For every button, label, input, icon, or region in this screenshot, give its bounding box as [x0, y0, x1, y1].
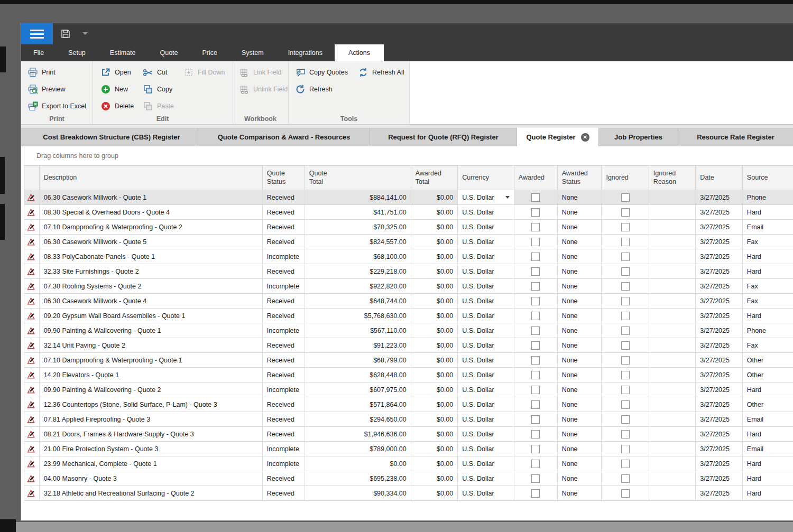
awarded-checkbox[interactable]	[531, 208, 540, 217]
cell-description[interactable]: 23.99 Mechanical, Complete - Quote 1	[40, 456, 263, 471]
cell-description[interactable]: 07.10 Dampproofing & Waterproofing - Quo…	[40, 353, 263, 367]
ignored-checkbox[interactable]	[621, 282, 630, 291]
ignored-checkbox[interactable]	[621, 489, 630, 498]
cell-source[interactable]: Fax	[743, 338, 793, 352]
cell-currency-dropdown[interactable]: U.S. Dollar	[458, 471, 514, 486]
cell-currency-dropdown[interactable]: U.S. Dollar	[458, 397, 514, 412]
header-currency[interactable]: Currency	[458, 166, 514, 190]
print-button[interactable]: Print	[27, 66, 56, 79]
cell-source[interactable]: Hard	[743, 264, 793, 278]
cell-source[interactable]: Hard	[743, 427, 793, 441]
grid-row[interactable]: 14.20 Elevators - Quote 1Received$628,44…	[24, 368, 793, 382]
header-ignored-reason[interactable]: Ignored Reason	[649, 166, 696, 190]
cell-date[interactable]: 3/27/2025	[696, 205, 743, 219]
cell-awarded-status[interactable]: None	[558, 338, 602, 352]
cell-ignored-reason[interactable]	[649, 427, 696, 441]
cell-awarded-status[interactable]: None	[558, 294, 602, 308]
cell-quote-total[interactable]: $70,325.00	[305, 220, 411, 234]
cell-awarded-status[interactable]: None	[558, 235, 602, 249]
cell-awarded-total[interactable]: $0.00	[411, 220, 458, 234]
cell-awarded-status[interactable]: None	[558, 205, 602, 219]
awarded-checkbox[interactable]	[531, 430, 540, 438]
cell-currency-dropdown[interactable]: U.S. Dollar	[458, 279, 514, 293]
refresh-button[interactable]: Refresh	[295, 82, 333, 96]
cell-quote-total[interactable]: $571,864.00	[305, 397, 411, 412]
grid-row[interactable]: 09.20 Gypsum Wall Board Assemblies - Quo…	[24, 309, 793, 323]
grid-row[interactable]: 09.90 Painting & Wallcovering - Quote 2I…	[24, 382, 793, 397]
cell-description[interactable]: 08.30 Special & Overhead Doors - Quote 4	[40, 205, 263, 219]
new-button[interactable]: New	[100, 82, 128, 96]
cell-quote-status[interactable]: Received	[263, 486, 305, 500]
cell-source[interactable]: Fax	[743, 294, 793, 308]
tab-quote-comparison-award-resources[interactable]: Quote Comparison & Award - Resources	[198, 128, 370, 146]
cell-description[interactable]: 08.33 PolyCabonate Panels - Quote 1	[40, 249, 263, 264]
save-icon[interactable]	[59, 27, 72, 40]
cell-awarded-total[interactable]: $0.00	[411, 264, 458, 278]
awarded-checkbox[interactable]	[531, 297, 540, 305]
cell-currency-dropdown[interactable]: U.S. Dollar	[458, 427, 514, 441]
cell-description[interactable]: 12.36 Countertops (Stone, Solid Surface,…	[40, 397, 263, 412]
grid-row[interactable]: 08.30 Special & Overhead Doors - Quote 4…	[24, 205, 793, 220]
cell-ignored-reason[interactable]	[649, 249, 696, 264]
cell-source[interactable]: Hard	[743, 309, 793, 323]
awarded-checkbox[interactable]	[531, 267, 540, 276]
cell-description[interactable]: 06.30 Casework Millwork - Quote 5	[40, 235, 263, 249]
cell-quote-total[interactable]: $607,975.00	[305, 382, 411, 397]
cell-ignored-reason[interactable]	[649, 309, 696, 323]
cell-awarded-total[interactable]: $0.00	[411, 442, 458, 456]
copy-button[interactable]: Copy	[143, 82, 172, 96]
ignored-checkbox[interactable]	[621, 460, 630, 468]
cell-awarded-total[interactable]: $0.00	[411, 427, 458, 441]
cell-ignored-reason[interactable]	[649, 442, 696, 456]
cell-awarded-status[interactable]: None	[558, 309, 602, 323]
cell-source[interactable]: Phone	[743, 323, 793, 338]
cell-date[interactable]: 3/27/2025	[696, 309, 743, 323]
cell-description[interactable]: 32.18 Athletic and Recreational Surfacin…	[40, 486, 263, 500]
cell-quote-status[interactable]: Received	[263, 264, 305, 278]
cell-ignored-reason[interactable]	[649, 205, 696, 219]
cell-awarded-total[interactable]: $0.00	[411, 249, 458, 264]
awarded-checkbox[interactable]	[531, 193, 540, 202]
cell-awarded-total[interactable]: $0.00	[411, 368, 458, 382]
awarded-checkbox[interactable]	[531, 223, 540, 231]
ignored-checkbox[interactable]	[621, 208, 630, 217]
cell-source[interactable]: Other	[743, 353, 793, 367]
cell-date[interactable]: 3/27/2025	[696, 264, 743, 278]
cell-source[interactable]: Fax	[743, 235, 793, 249]
header-awarded-status[interactable]: Awarded Status	[558, 166, 602, 190]
cell-description[interactable]: 32.33 Site Furnishings - Quote 2	[40, 264, 263, 278]
cell-awarded-status[interactable]: None	[558, 456, 602, 471]
unlink-field-button[interactable]: Unlink Field	[239, 82, 288, 96]
cell-ignored-reason[interactable]	[649, 353, 696, 367]
awarded-checkbox[interactable]	[531, 400, 540, 409]
cell-date[interactable]: 3/27/2025	[696, 368, 743, 382]
hamburger-menu-button[interactable]	[21, 23, 53, 44]
grid-row[interactable]: 32.14 Unit Paving - Quote 2Received$91,2…	[24, 338, 793, 353]
cell-date[interactable]: 3/27/2025	[696, 471, 743, 486]
chevron-down-icon[interactable]	[505, 196, 510, 199]
cell-date[interactable]: 3/27/2025	[696, 442, 743, 456]
cell-quote-total[interactable]: $628,448.00	[305, 368, 411, 382]
menu-file[interactable]: File	[21, 44, 56, 61]
grid-row[interactable]: 32.18 Athletic and Recreational Surfacin…	[24, 486, 793, 501]
cell-currency-dropdown[interactable]: U.S. Dollar	[458, 382, 514, 397]
cell-quote-total[interactable]: $567,110.00	[305, 323, 411, 338]
ignored-checkbox[interactable]	[621, 356, 630, 365]
cell-awarded-total[interactable]: $0.00	[411, 235, 458, 249]
cell-quote-status[interactable]: Incomplete	[263, 382, 305, 397]
cell-description[interactable]: 09.20 Gypsum Wall Board Assemblies - Quo…	[40, 309, 263, 323]
cell-quote-status[interactable]: Incomplete	[263, 279, 305, 293]
cell-ignored-reason[interactable]	[649, 412, 696, 426]
awarded-checkbox[interactable]	[531, 253, 540, 261]
cell-awarded-status[interactable]: None	[558, 368, 602, 382]
cell-quote-total[interactable]: $824,557.00	[305, 235, 411, 249]
fill-down-button[interactable]: Fill Down	[183, 66, 225, 79]
grid-row[interactable]: 07.10 Dampproofing & Waterproofing - Quo…	[24, 353, 793, 368]
tab-close-icon[interactable]: ✕	[581, 133, 589, 142]
cell-awarded-total[interactable]: $0.00	[411, 309, 458, 323]
ignored-checkbox[interactable]	[621, 341, 630, 350]
copy-quotes-button[interactable]: Copy Quotes	[295, 66, 348, 79]
grid-row[interactable]: 21.00 Fire Protection System - Quote 3In…	[24, 442, 793, 456]
menu-price[interactable]: Price	[190, 44, 229, 61]
cell-awarded-status[interactable]: None	[558, 323, 602, 338]
